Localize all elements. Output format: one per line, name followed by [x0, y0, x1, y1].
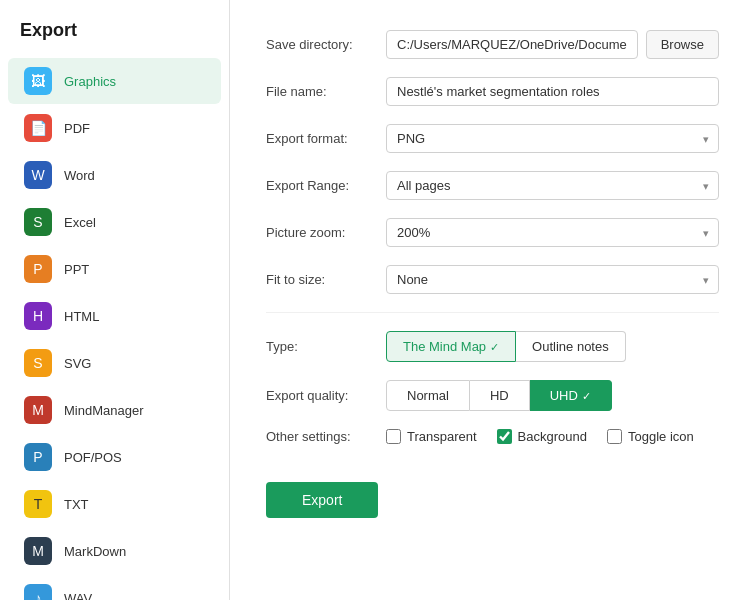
type-button-group: The Mind Map Outline notes: [386, 331, 626, 362]
graphics-icon: 🖼: [24, 67, 52, 95]
sidebar-item-word[interactable]: WWord: [8, 152, 221, 198]
sidebar-item-label-pdf: PDF: [64, 121, 90, 136]
export-range-row: Export Range: All pagesCurrent pageSelec…: [266, 171, 719, 200]
fit-to-size-select[interactable]: NoneA4A3Letter: [386, 265, 719, 294]
sidebar-item-label-graphics: Graphics: [64, 74, 116, 89]
export-format-row: Export format: PNGJPGBMPTIFF ▾: [266, 124, 719, 153]
export-format-label: Export format:: [266, 131, 386, 146]
quality-button-group: Normal HD UHD: [386, 380, 612, 411]
save-directory-wrap: Browse: [386, 30, 719, 59]
other-settings-wrap: Transparent Background Toggle icon: [386, 429, 719, 444]
html-icon: H: [24, 302, 52, 330]
quality-uhd-button[interactable]: UHD: [530, 380, 612, 411]
ppt-icon: P: [24, 255, 52, 283]
sidebar-item-label-excel: Excel: [64, 215, 96, 230]
pof-icon: P: [24, 443, 52, 471]
picture-zoom-select[interactable]: 100%150%200%300%: [386, 218, 719, 247]
mindmanager-icon: M: [24, 396, 52, 424]
sidebar-item-txt[interactable]: TTXT: [8, 481, 221, 527]
main-content: Save directory: Browse File name: Export…: [230, 0, 755, 600]
sidebar-title: Export: [0, 20, 229, 57]
quality-hd-button[interactable]: HD: [470, 380, 530, 411]
export-format-wrap: PNGJPGBMPTIFF ▾: [386, 124, 719, 153]
type-label: Type:: [266, 339, 386, 354]
toggle-icon-label: Toggle icon: [628, 429, 694, 444]
file-name-wrap: [386, 77, 719, 106]
checkbox-group: Transparent Background Toggle icon: [386, 429, 694, 444]
transparent-checkbox[interactable]: [386, 429, 401, 444]
export-range-select[interactable]: All pagesCurrent pageSelected: [386, 171, 719, 200]
sidebar-item-graphics[interactable]: 🖼Graphics: [8, 58, 221, 104]
sidebar-item-pof[interactable]: PPOF/POS: [8, 434, 221, 480]
export-range-label: Export Range:: [266, 178, 386, 193]
fit-to-size-label: Fit to size:: [266, 272, 386, 287]
export-range-select-wrap: All pagesCurrent pageSelected ▾: [386, 171, 719, 200]
sidebar-item-label-ppt: PPT: [64, 262, 89, 277]
transparent-checkbox-item[interactable]: Transparent: [386, 429, 477, 444]
sidebar-item-label-html: HTML: [64, 309, 99, 324]
pdf-icon: 📄: [24, 114, 52, 142]
txt-icon: T: [24, 490, 52, 518]
toggle-icon-checkbox[interactable]: [607, 429, 622, 444]
type-wrap: The Mind Map Outline notes: [386, 331, 719, 362]
sidebar-item-html[interactable]: HHTML: [8, 293, 221, 339]
sidebar-item-markdown[interactable]: MMarkDown: [8, 528, 221, 574]
word-icon: W: [24, 161, 52, 189]
picture-zoom-row: Picture zoom: 100%150%200%300% ▾: [266, 218, 719, 247]
picture-zoom-wrap: 100%150%200%300% ▾: [386, 218, 719, 247]
sidebar-item-label-word: Word: [64, 168, 95, 183]
fit-to-size-row: Fit to size: NoneA4A3Letter ▾: [266, 265, 719, 294]
fit-to-size-select-wrap: NoneA4A3Letter ▾: [386, 265, 719, 294]
save-directory-label: Save directory:: [266, 37, 386, 52]
background-checkbox-item[interactable]: Background: [497, 429, 587, 444]
export-range-wrap: All pagesCurrent pageSelected ▾: [386, 171, 719, 200]
sidebar-item-label-txt: TXT: [64, 497, 89, 512]
browse-button[interactable]: Browse: [646, 30, 719, 59]
other-settings-label: Other settings:: [266, 429, 386, 444]
sidebar-item-pdf[interactable]: 📄PDF: [8, 105, 221, 151]
excel-icon: S: [24, 208, 52, 236]
sidebar-item-excel[interactable]: SExcel: [8, 199, 221, 245]
type-outline-notes-button[interactable]: Outline notes: [516, 331, 626, 362]
save-directory-row: Save directory: Browse: [266, 30, 719, 59]
background-label: Background: [518, 429, 587, 444]
other-settings-row: Other settings: Transparent Background T…: [266, 429, 719, 444]
export-format-select[interactable]: PNGJPGBMPTIFF: [386, 124, 719, 153]
divider: [266, 312, 719, 313]
file-name-row: File name:: [266, 77, 719, 106]
type-row: Type: The Mind Map Outline notes: [266, 331, 719, 362]
background-checkbox[interactable]: [497, 429, 512, 444]
export-quality-label: Export quality:: [266, 388, 386, 403]
sidebar-item-ppt[interactable]: PPPT: [8, 246, 221, 292]
sidebar-item-label-mindmanager: MindManager: [64, 403, 144, 418]
picture-zoom-label: Picture zoom:: [266, 225, 386, 240]
sidebar-item-wav[interactable]: ♪WAV: [8, 575, 221, 600]
wav-icon: ♪: [24, 584, 52, 600]
toggle-icon-checkbox-item[interactable]: Toggle icon: [607, 429, 694, 444]
sidebar-item-label-markdown: MarkDown: [64, 544, 126, 559]
save-directory-input[interactable]: [386, 30, 638, 59]
sidebar-item-label-svg: SVG: [64, 356, 91, 371]
transparent-label: Transparent: [407, 429, 477, 444]
sidebar: Export 🖼Graphics📄PDFWWordSExcelPPPTHHTML…: [0, 0, 230, 600]
export-quality-row: Export quality: Normal HD UHD: [266, 380, 719, 411]
sidebar-item-svg[interactable]: SSVG: [8, 340, 221, 386]
fit-to-size-wrap: NoneA4A3Letter ▾: [386, 265, 719, 294]
export-format-select-wrap: PNGJPGBMPTIFF ▾: [386, 124, 719, 153]
svg-icon: S: [24, 349, 52, 377]
quality-normal-button[interactable]: Normal: [386, 380, 470, 411]
type-mind-map-button[interactable]: The Mind Map: [386, 331, 516, 362]
markdown-icon: M: [24, 537, 52, 565]
sidebar-item-label-pof: POF/POS: [64, 450, 122, 465]
sidebar-item-mindmanager[interactable]: MMindManager: [8, 387, 221, 433]
file-name-label: File name:: [266, 84, 386, 99]
file-name-input[interactable]: [386, 77, 719, 106]
sidebar-item-label-wav: WAV: [64, 591, 92, 601]
export-button[interactable]: Export: [266, 482, 378, 518]
picture-zoom-select-wrap: 100%150%200%300% ▾: [386, 218, 719, 247]
export-quality-wrap: Normal HD UHD: [386, 380, 719, 411]
